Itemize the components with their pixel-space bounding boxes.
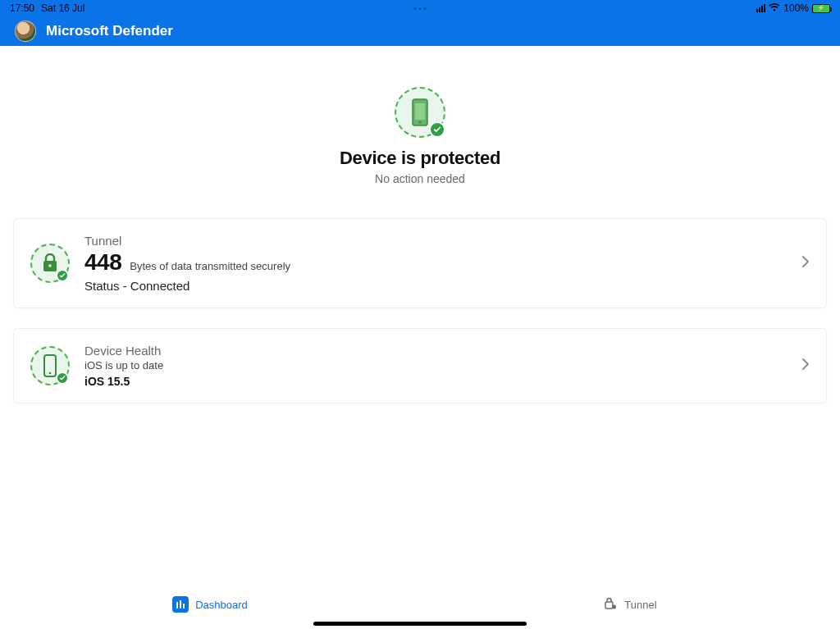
main-content: Device is protected No action needed Tun… (0, 46, 840, 403)
app-title: Microsoft Defender (46, 23, 173, 39)
chevron-right-icon (801, 358, 810, 374)
hero-section: Device is protected No action needed (13, 87, 827, 185)
tunnel-card[interactable]: Tunnel 448 Bytes of data transmitted sec… (13, 218, 827, 308)
svg-rect-10 (605, 602, 613, 608)
status-right: 100% ⚡ (756, 2, 830, 14)
app-header: Microsoft Defender (0, 16, 840, 46)
tunnel-card-body: Tunnel 448 Bytes of data transmitted sec… (84, 234, 787, 293)
device-health-version: iOS 15.5 (84, 375, 787, 388)
check-badge-icon (429, 121, 445, 138)
device-health-label: Device Health (84, 344, 787, 358)
tunnel-bytes-desc: Bytes of data transmitted securely (130, 260, 290, 272)
tunnel-lock-icon (603, 596, 618, 613)
svg-rect-9 (183, 604, 185, 608)
device-health-card[interactable]: Device Health iOS is up to date iOS 15.5 (13, 328, 827, 403)
cellular-signal-icon (756, 4, 765, 12)
tab-dashboard-label: Dashboard (195, 599, 248, 611)
svg-point-11 (612, 604, 616, 608)
phone-shield-icon (409, 98, 431, 126)
tunnel-status: Status - Connected (84, 279, 787, 293)
svg-point-2 (419, 121, 422, 124)
status-date: Sat 16 Jul (41, 2, 84, 14)
dashboard-icon (172, 596, 189, 613)
wifi-icon (769, 2, 780, 14)
battery-percent: 100% (783, 2, 809, 14)
check-badge-icon (56, 371, 69, 385)
svg-rect-1 (415, 103, 425, 120)
home-indicator[interactable] (313, 622, 527, 626)
status-bar: 17:50 Sat 16 Jul 100% ⚡ (0, 0, 840, 16)
tunnel-card-icon (30, 244, 70, 283)
device-health-card-body: Device Health iOS is up to date iOS 15.5 (84, 344, 787, 388)
hero-icon (395, 87, 445, 138)
hero-subtitle: No action needed (375, 172, 465, 185)
tunnel-bytes-value: 448 (84, 249, 121, 276)
chevron-right-icon (801, 255, 810, 271)
phone-icon (43, 354, 57, 377)
svg-rect-7 (176, 602, 178, 608)
status-time: 17:50 (10, 2, 34, 14)
lock-icon (42, 253, 58, 273)
tab-tunnel-label: Tunnel (624, 599, 656, 611)
avatar[interactable] (15, 21, 36, 42)
multitask-dots (414, 7, 427, 10)
device-health-uptodate: iOS is up to date (84, 359, 787, 371)
svg-point-6 (49, 372, 52, 375)
battery-icon: ⚡ (812, 4, 830, 13)
svg-point-4 (48, 264, 52, 267)
svg-rect-8 (180, 600, 181, 608)
device-health-card-icon (30, 346, 70, 385)
hero-title: Device is protected (340, 148, 500, 169)
tunnel-label: Tunnel (84, 234, 787, 248)
status-left: 17:50 Sat 16 Jul (10, 2, 84, 14)
check-badge-icon (56, 269, 69, 282)
